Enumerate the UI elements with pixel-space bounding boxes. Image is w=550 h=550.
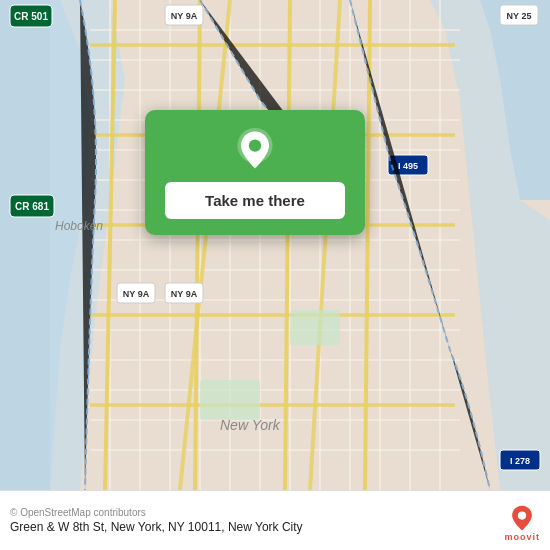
map-svg: CR 501 CR 681 NY 9A NY 9A NY 9A I 495 NY…	[0, 0, 550, 490]
take-me-there-button[interactable]: Take me there	[165, 182, 345, 219]
svg-text:Hoboken: Hoboken	[55, 219, 103, 233]
moovit-pin-icon	[508, 504, 536, 532]
svg-text:CR 501: CR 501	[14, 11, 48, 22]
copyright-text: © OpenStreetMap contributors	[10, 507, 540, 518]
svg-text:I 278: I 278	[510, 456, 530, 466]
popup-card: Take me there	[145, 110, 365, 235]
svg-text:CR 681: CR 681	[15, 201, 49, 212]
svg-point-60	[249, 139, 261, 151]
svg-rect-57	[290, 310, 340, 345]
svg-text:NY 9A: NY 9A	[171, 289, 198, 299]
location-pin-icon	[233, 128, 277, 172]
svg-text:NY 9A: NY 9A	[123, 289, 150, 299]
map-container: CR 501 CR 681 NY 9A NY 9A NY 9A I 495 NY…	[0, 0, 550, 490]
moovit-label: moovit	[504, 532, 540, 542]
svg-text:I 495: I 495	[398, 161, 418, 171]
moovit-logo: moovit	[504, 504, 540, 542]
svg-text:NY 25: NY 25	[507, 11, 532, 21]
address-text: Green & W 8th St, New York, NY 10011, Ne…	[10, 520, 540, 534]
svg-rect-58	[200, 380, 260, 420]
svg-text:NY 9A: NY 9A	[171, 11, 198, 21]
bottom-bar: © OpenStreetMap contributors Green & W 8…	[0, 490, 550, 550]
svg-point-61	[518, 511, 526, 519]
